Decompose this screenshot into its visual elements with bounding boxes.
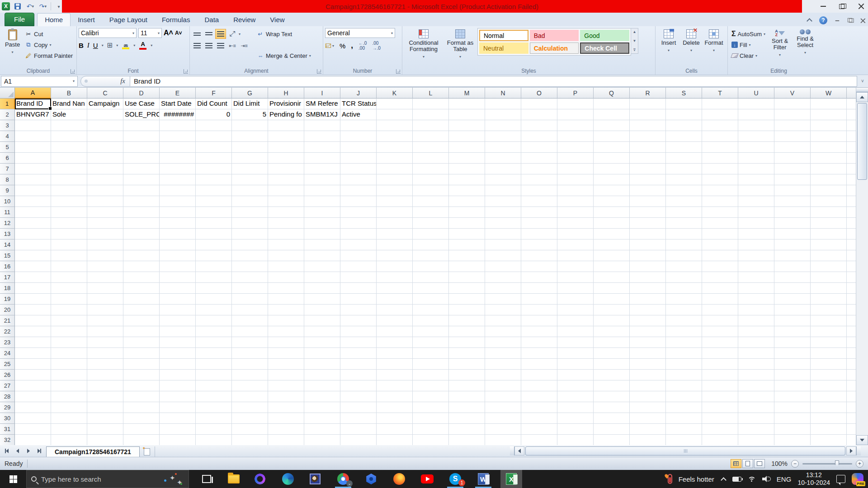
- cell-N1[interactable]: [485, 99, 521, 109]
- cell-D15[interactable]: [123, 250, 160, 261]
- cell-Q13[interactable]: [594, 229, 630, 239]
- cell-J18[interactable]: [340, 283, 377, 294]
- cell-B31[interactable]: [51, 424, 87, 435]
- cell-G25[interactable]: [232, 359, 268, 370]
- cell-E5[interactable]: [160, 142, 196, 153]
- cell-K9[interactable]: [377, 185, 413, 196]
- column-header-J[interactable]: J: [340, 88, 377, 99]
- cell-J12[interactable]: [340, 218, 377, 229]
- cell-A9[interactable]: [15, 185, 51, 196]
- cell-E19[interactable]: [160, 294, 196, 305]
- cell-A28[interactable]: [15, 391, 51, 402]
- cell-U31[interactable]: [738, 424, 774, 435]
- cell-T29[interactable]: [702, 402, 738, 413]
- cell-L28[interactable]: [413, 391, 449, 402]
- cell-F15[interactable]: [196, 250, 232, 261]
- cell-I28[interactable]: [304, 391, 340, 402]
- cell-A15[interactable]: [15, 250, 51, 261]
- cell-K17[interactable]: [377, 272, 413, 283]
- cell-I21[interactable]: [304, 315, 340, 326]
- cell-W13[interactable]: [811, 229, 847, 239]
- cell-D25[interactable]: [123, 359, 160, 370]
- accounting-format-button[interactable]: 🗠: [325, 42, 331, 49]
- cell-V27[interactable]: [774, 380, 811, 391]
- cell-L11[interactable]: [413, 207, 449, 218]
- cell-N32[interactable]: [485, 435, 521, 445]
- number-dialog-launcher[interactable]: [396, 69, 401, 74]
- cell-R14[interactable]: [630, 239, 666, 250]
- cell-B11[interactable]: [51, 207, 87, 218]
- cell-A22[interactable]: [15, 326, 51, 337]
- cell-C27[interactable]: [87, 380, 123, 391]
- horizontal-scroll-thumb[interactable]: [525, 446, 845, 455]
- cell-I23[interactable]: [304, 337, 340, 348]
- cell-V6[interactable]: [774, 153, 811, 164]
- cell-N9[interactable]: [485, 185, 521, 196]
- row-header-30[interactable]: 30: [0, 413, 15, 424]
- cell-S14[interactable]: [666, 239, 702, 250]
- row-header-22[interactable]: 22: [0, 326, 15, 337]
- taskbar-search[interactable]: Type here to search ✦✦: [26, 470, 189, 488]
- cell-F12[interactable]: [196, 218, 232, 229]
- cell-R7[interactable]: [630, 164, 666, 174]
- row-header-5[interactable]: 5: [0, 142, 15, 153]
- cell-F17[interactable]: [196, 272, 232, 283]
- horizontal-scrollbar[interactable]: [510, 446, 861, 455]
- cell-O20[interactable]: [521, 305, 557, 315]
- cell-V20[interactable]: [774, 305, 811, 315]
- cell-N2[interactable]: [485, 109, 521, 120]
- cell-R29[interactable]: [630, 402, 666, 413]
- cell-B27[interactable]: [51, 380, 87, 391]
- style-check-cell[interactable]: Check Cell: [580, 42, 629, 54]
- cell-N15[interactable]: [485, 250, 521, 261]
- cell-A20[interactable]: [15, 305, 51, 315]
- row-header-16[interactable]: 16: [0, 261, 15, 272]
- comma-style-button[interactable]: ,: [351, 41, 353, 50]
- cell-G17[interactable]: [232, 272, 268, 283]
- cell-N22[interactable]: [485, 326, 521, 337]
- cell-partial[interactable]: [847, 326, 856, 337]
- cell-W21[interactable]: [811, 315, 847, 326]
- cell-Q8[interactable]: [594, 174, 630, 185]
- minimize-ribbon-icon[interactable]: [807, 19, 812, 22]
- column-header-T[interactable]: T: [702, 88, 738, 99]
- cell-L12[interactable]: [413, 218, 449, 229]
- cell-J2[interactable]: Active: [340, 109, 377, 120]
- cell-M17[interactable]: [449, 272, 485, 283]
- column-header-K[interactable]: K: [377, 88, 413, 99]
- cell-P22[interactable]: [557, 326, 594, 337]
- cell-T25[interactable]: [702, 359, 738, 370]
- cell-L7[interactable]: [413, 164, 449, 174]
- scroll-up-button[interactable]: [856, 92, 868, 102]
- cell-J15[interactable]: [340, 250, 377, 261]
- cell-G4[interactable]: [232, 131, 268, 142]
- cell-T16[interactable]: [702, 261, 738, 272]
- cell-G22[interactable]: [232, 326, 268, 337]
- scroll-left-button[interactable]: [514, 446, 524, 455]
- cell-V5[interactable]: [774, 142, 811, 153]
- column-header-N[interactable]: N: [485, 88, 521, 99]
- cell-D31[interactable]: [123, 424, 160, 435]
- autosum-button[interactable]: ΣAutoSum▾: [730, 29, 767, 39]
- cell-E16[interactable]: [160, 261, 196, 272]
- cell-F19[interactable]: [196, 294, 232, 305]
- cell-P21[interactable]: [557, 315, 594, 326]
- skype-button[interactable]: S1: [444, 470, 466, 488]
- cell-W16[interactable]: [811, 261, 847, 272]
- cell-C24[interactable]: [87, 348, 123, 359]
- cell-L2[interactable]: [413, 109, 449, 120]
- cell-K4[interactable]: [377, 131, 413, 142]
- cell-N4[interactable]: [485, 131, 521, 142]
- cell-B29[interactable]: [51, 402, 87, 413]
- cell-V31[interactable]: [774, 424, 811, 435]
- cell-N5[interactable]: [485, 142, 521, 153]
- row-header-20[interactable]: 20: [0, 305, 15, 315]
- cell-U6[interactable]: [738, 153, 774, 164]
- column-header-S[interactable]: S: [666, 88, 702, 99]
- paste-button[interactable]: Paste▾: [2, 28, 23, 66]
- cell-T22[interactable]: [702, 326, 738, 337]
- cell-W3[interactable]: [811, 120, 847, 131]
- cell-J22[interactable]: [340, 326, 377, 337]
- cell-D27[interactable]: [123, 380, 160, 391]
- cell-partial[interactable]: [847, 424, 856, 435]
